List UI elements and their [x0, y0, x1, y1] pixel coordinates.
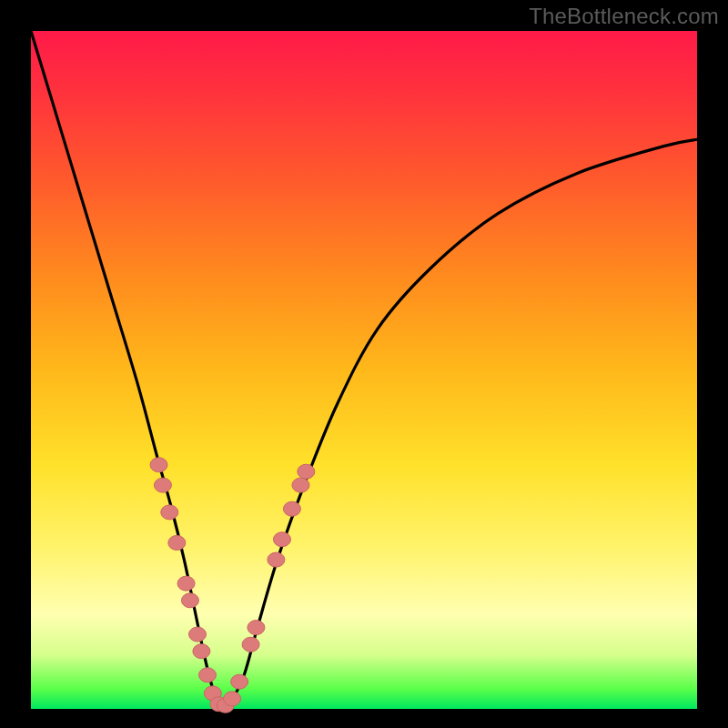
marker-point [248, 621, 265, 635]
marker-point [193, 644, 210, 659]
marker-point [283, 501, 300, 516]
marker-point [231, 674, 248, 689]
marker-point [273, 532, 290, 547]
chart-frame: TheBottleneck.com [0, 0, 728, 728]
curve-svg [31, 31, 697, 709]
plot-area [31, 31, 697, 709]
marker-point [189, 627, 207, 642]
marker-point [292, 478, 309, 492]
marker-point [268, 552, 285, 567]
marker-point [198, 668, 216, 682]
bottleneck-curve [31, 31, 697, 709]
marker-point [242, 637, 259, 652]
marker-point [168, 535, 186, 550]
marker-point [150, 458, 167, 472]
marker-point [177, 576, 195, 591]
watermark-text: TheBottleneck.com [529, 4, 719, 29]
marker-point [224, 692, 241, 706]
marker-point [154, 478, 171, 492]
highlighted-points [150, 458, 315, 713]
marker-point [161, 505, 178, 520]
marker-point [298, 464, 315, 479]
marker-point [181, 593, 198, 608]
